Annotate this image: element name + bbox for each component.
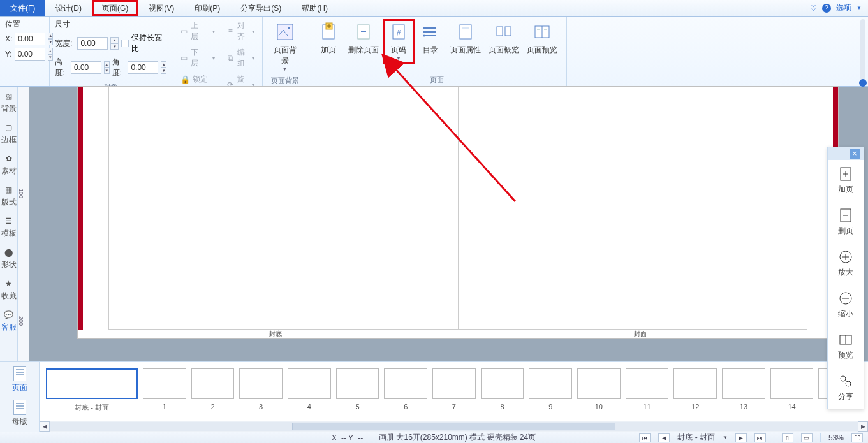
- thumb-4[interactable]: 4: [288, 368, 331, 410]
- menu-design[interactable]: 设计(D): [45, 0, 92, 16]
- scroll-track[interactable]: [50, 422, 858, 431]
- layer-down-button[interactable]: ▭下一层▾: [177, 46, 217, 70]
- nav-last-button[interactable]: ⏭: [754, 433, 766, 442]
- heart-icon[interactable]: ♡: [810, 4, 817, 13]
- side-shape[interactable]: ⬤形状: [0, 243, 18, 274]
- side-fav[interactable]: ★收藏: [0, 274, 18, 305]
- thumb-2[interactable]: 2: [191, 368, 235, 410]
- side-border[interactable]: ▢边框: [0, 118, 18, 149]
- thumb-1[interactable]: 1: [143, 368, 186, 410]
- rp-add-page[interactable]: 加页: [828, 160, 864, 201]
- rp-share[interactable]: 分享: [828, 367, 864, 409]
- lock-button[interactable]: 🔒锁定: [177, 73, 217, 86]
- page-bg-button[interactable]: 页面背景 ▼: [268, 19, 302, 75]
- page-spread[interactable]: 封底 封面: [78, 87, 838, 338]
- side-material[interactable]: ✿素材: [0, 149, 18, 180]
- thumb-tab-page[interactable]: 页面: [12, 366, 27, 393]
- side-template[interactable]: ☰模板: [0, 212, 18, 243]
- help-icon[interactable]: ?: [822, 4, 831, 13]
- shape-icon: ⬤: [3, 247, 15, 258]
- scroll-left-button[interactable]: ◀: [40, 421, 50, 432]
- view-single-button[interactable]: ▯: [782, 433, 793, 442]
- menu-view[interactable]: 视图(V): [138, 0, 184, 16]
- thumb-hscroll[interactable]: ◀ ▶: [40, 421, 868, 432]
- slider-indicator[interactable]: [860, 19, 865, 85]
- height-input[interactable]: [71, 61, 101, 74]
- menu-print[interactable]: 印刷(P): [184, 0, 230, 16]
- status-nav: 封底 - 封面: [677, 432, 715, 443]
- side-bg[interactable]: ▨背景: [0, 87, 18, 118]
- page-props-button[interactable]: 页面属性: [446, 19, 485, 64]
- thumb-11[interactable]: 11: [626, 368, 669, 410]
- layer-up-button[interactable]: ▭上一层▾: [177, 19, 217, 43]
- close-icon[interactable]: ×: [850, 149, 860, 159]
- page-number-icon: #: [388, 22, 409, 42]
- options-link[interactable]: 选项: [836, 3, 851, 13]
- thumb-3[interactable]: 3: [239, 368, 283, 410]
- thumb-6[interactable]: 6: [384, 368, 427, 410]
- nav-prev-button[interactable]: ◀: [658, 433, 670, 442]
- add-page-button[interactable]: 加页: [313, 19, 344, 64]
- y-label: Y:: [5, 50, 12, 59]
- rp-zoom-out[interactable]: 缩小: [828, 284, 864, 326]
- width-spinner[interactable]: ▲▼: [110, 37, 119, 50]
- minus-page-icon: [838, 208, 853, 223]
- lock-icon: 🔒: [180, 75, 190, 85]
- svg-rect-19: [505, 27, 511, 36]
- toc-button[interactable]: 目录: [415, 19, 446, 64]
- layer-up-icon: ▭: [180, 26, 188, 36]
- nav-first-button[interactable]: ⏮: [639, 433, 651, 442]
- thumb-14[interactable]: 14: [770, 368, 814, 410]
- svg-point-1: [288, 27, 290, 29]
- rp-del-page[interactable]: 删页: [828, 201, 864, 243]
- thumb-8[interactable]: 8: [481, 368, 524, 410]
- page-group-label: 页面: [313, 74, 561, 85]
- group-button[interactable]: ⧉编组▾: [224, 46, 257, 70]
- align-button[interactable]: ≡对齐▾: [224, 19, 257, 43]
- angle-spinner[interactable]: ▲▼: [161, 61, 166, 74]
- angle-input[interactable]: [128, 61, 158, 74]
- menu-page[interactable]: 页面(G): [92, 0, 138, 16]
- menu-help[interactable]: 帮助(H): [291, 0, 338, 16]
- rp-zoom-in[interactable]: 放大: [828, 243, 864, 284]
- page-overview-button[interactable]: 页面概览: [485, 19, 523, 64]
- side-layout[interactable]: ▦版式: [0, 180, 18, 212]
- menu-file[interactable]: 文件(F): [0, 0, 45, 16]
- thumb-9[interactable]: 9: [529, 368, 572, 410]
- ribbon-group-arrange: ▭上一层▾ ▭下一层▾ 🔒锁定 ≡对齐▾ ⧉编组▾ ⟳旋转▾ 排列: [172, 17, 263, 86]
- page-preview-button[interactable]: 页面预览: [523, 19, 561, 64]
- template-icon: ☰: [3, 215, 15, 227]
- thumb-7[interactable]: 7: [432, 368, 476, 410]
- thumb-13[interactable]: 13: [722, 368, 765, 410]
- scroll-right-button[interactable]: ▶: [858, 421, 868, 432]
- statusbar: X=-- Y=-- 画册 大16开(285x210mm) 横式 硬壳精装 24页…: [0, 432, 868, 443]
- status-xy: X=-- Y=--: [332, 433, 363, 442]
- chevron-down-icon[interactable]: ▼: [857, 5, 862, 11]
- svg-point-15: [423, 35, 425, 37]
- page-midline: [458, 87, 459, 330]
- page-bg-icon: [275, 22, 295, 42]
- page-number-button[interactable]: # 页码 ▼: [383, 19, 415, 64]
- thumb-tab-master[interactable]: 母版: [12, 400, 27, 427]
- y-input[interactable]: [15, 48, 45, 61]
- height-spinner[interactable]: ▲▼: [104, 61, 110, 74]
- side-support[interactable]: 💬客服: [0, 305, 18, 337]
- nav-next-button[interactable]: ▶: [735, 433, 747, 442]
- status-zoom: 53%: [828, 433, 844, 442]
- view-spread-button[interactable]: ▭: [801, 433, 813, 442]
- thumb-10[interactable]: 10: [577, 368, 621, 410]
- material-icon: ✿: [3, 153, 15, 164]
- thumb-5[interactable]: 5: [336, 368, 379, 410]
- share-icon: [838, 374, 853, 389]
- rp-preview[interactable]: 预览: [828, 326, 864, 367]
- thumb-12[interactable]: 12: [673, 368, 717, 410]
- thumb-cover[interactable]: 封底 - 封面: [46, 368, 138, 412]
- canvas-area[interactable]: 100 200 封底 封面: [18, 87, 868, 361]
- fit-button[interactable]: ⛶: [851, 433, 863, 442]
- menu-share[interactable]: 分享导出(S): [230, 0, 291, 16]
- width-input[interactable]: [77, 37, 108, 50]
- x-input[interactable]: [15, 33, 45, 45]
- keep-ratio-checkbox[interactable]: [121, 40, 128, 47]
- delete-page-button[interactable]: 删除页面: [344, 19, 383, 64]
- scroll-thumb[interactable]: [292, 423, 615, 430]
